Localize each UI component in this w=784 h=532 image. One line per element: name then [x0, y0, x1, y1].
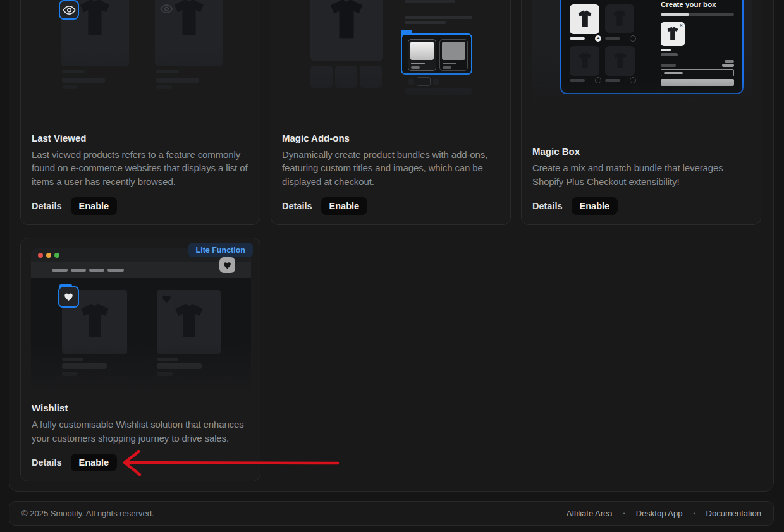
traffic-light-yellow — [46, 253, 51, 258]
placeholder-line — [570, 79, 585, 82]
app-settings-page: Last Viewed Last viewed products refers … — [0, 0, 784, 532]
card-description: Create a mix and match bundle that lever… — [532, 161, 750, 188]
nav-link-placeholder — [89, 269, 104, 272]
enable-button[interactable]: Enable — [572, 197, 618, 215]
text-input-mock — [661, 69, 734, 76]
placeholder-line — [725, 60, 734, 63]
progress-track — [661, 13, 734, 16]
product-tile — [605, 46, 635, 76]
footer-link-desktop-app[interactable]: Desktop App — [636, 509, 683, 518]
placeholder-line — [156, 78, 199, 83]
lite-function-badge: Lite Function — [188, 243, 253, 257]
traffic-light-green — [54, 253, 59, 258]
nav-link-placeholder — [52, 269, 68, 272]
card-title: Magic Add-ons — [282, 133, 350, 143]
create-your-box-heading: Create your box — [661, 1, 716, 8]
traffic-light-red — [38, 253, 43, 258]
card-title: Wishlist — [32, 402, 68, 413]
feature-card-wishlist: Lite Function — [20, 238, 260, 481]
thumbnail-tile — [310, 66, 333, 88]
selected-box-item: × — [661, 22, 685, 46]
placeholder-line — [605, 79, 620, 82]
close-icon: × — [680, 22, 683, 28]
card-description: Dynamically create product bundles with … — [282, 148, 499, 189]
addon-price-text — [443, 66, 451, 69]
product-tile — [157, 290, 221, 354]
addon-image — [410, 42, 434, 60]
placeholder-line — [156, 85, 172, 89]
placeholder-line — [62, 358, 83, 361]
placeholder-line — [405, 21, 446, 24]
wishlist-preview-window — [31, 248, 251, 399]
addon-image — [442, 42, 465, 60]
thumbnail-tile — [335, 66, 357, 88]
product-tile — [605, 4, 634, 33]
wishlist-highlight-box — [58, 286, 79, 308]
product-image-tile — [310, 0, 383, 61]
footer-links: Affiliate Area • Desktop App • Documenta… — [567, 509, 761, 518]
plus-icon: + — [595, 35, 601, 42]
placeholder-line — [661, 49, 671, 51]
addons-selector-frame — [401, 33, 472, 75]
details-button[interactable]: Details — [532, 201, 563, 211]
feature-card-magic-box: + Create your box × — [521, 0, 761, 225]
quantity-minus — [408, 79, 414, 85]
feature-card-magic-addons: Magic Add-ons Dynamically create product… — [271, 0, 511, 225]
thumbnail-tile — [360, 66, 382, 88]
addon-option-selected — [408, 39, 436, 71]
plus-icon — [595, 77, 601, 83]
enable-button[interactable]: Enable — [321, 197, 368, 215]
placeholder-line — [605, 37, 620, 40]
feature-card-last-viewed: Last Viewed Last viewed products refers … — [20, 0, 260, 225]
magic-box-preview: + Create your box × — [532, 0, 752, 107]
card-description: Last viewed products refers to a feature… — [32, 148, 249, 189]
placeholder-line — [156, 70, 179, 73]
magic-box-frame: + Create your box × — [560, 0, 744, 94]
placeholder-line — [405, 16, 472, 19]
details-button[interactable]: Details — [32, 457, 62, 468]
placeholder-line — [661, 64, 676, 67]
placeholder-line — [157, 372, 173, 376]
footer-link-affiliate-area[interactable]: Affiliate Area — [567, 509, 613, 518]
quantity-plus — [433, 79, 439, 85]
copyright-text: © 2025 Smootify. All rights reserved. — [21, 509, 154, 518]
item-label-text — [661, 53, 678, 56]
submit-bar — [661, 79, 734, 86]
quantity-input — [417, 77, 431, 86]
enable-button[interactable]: Enable — [71, 197, 118, 215]
placeholder-line — [443, 63, 456, 64]
product-tile — [570, 46, 599, 76]
placeholder-line — [722, 64, 734, 67]
details-button[interactable]: Details — [282, 201, 312, 211]
product-tile-selected — [570, 4, 599, 34]
placeholder-line — [411, 63, 425, 64]
window-navbar — [31, 262, 251, 278]
card-title: Last Viewed — [32, 133, 86, 143]
bullet-separator: • — [623, 511, 625, 517]
input-text-line — [664, 72, 683, 74]
addon-option — [439, 39, 468, 71]
footer-link-documentation[interactable]: Documentation — [706, 509, 761, 518]
card-description: A fully customisable Wishlist solution t… — [32, 418, 249, 445]
placeholder-line — [405, 0, 455, 3]
eye-icon — [63, 6, 76, 15]
bullet-separator: • — [693, 511, 695, 517]
placeholder-line — [157, 358, 178, 361]
heart-icon — [162, 294, 171, 303]
addon-price-text — [411, 66, 420, 69]
footer: © 2025 Smootify. All rights reserved. Af… — [9, 501, 774, 526]
details-button[interactable]: Details — [32, 201, 62, 211]
card-title: Magic Box — [532, 146, 580, 157]
placeholder-line — [62, 78, 105, 83]
progress-fill — [661, 13, 689, 16]
add-to-cart-bar — [405, 88, 472, 95]
plus-icon — [630, 35, 636, 42]
placeholder-line — [62, 70, 85, 73]
placeholder-line — [62, 372, 78, 376]
wishlist-header-button — [219, 257, 235, 273]
placeholder-line — [62, 85, 78, 89]
placeholder-line — [570, 37, 585, 40]
last-viewed-highlight-box — [59, 0, 79, 20]
enable-button[interactable]: Enable — [71, 454, 118, 471]
eye-icon — [160, 4, 173, 13]
